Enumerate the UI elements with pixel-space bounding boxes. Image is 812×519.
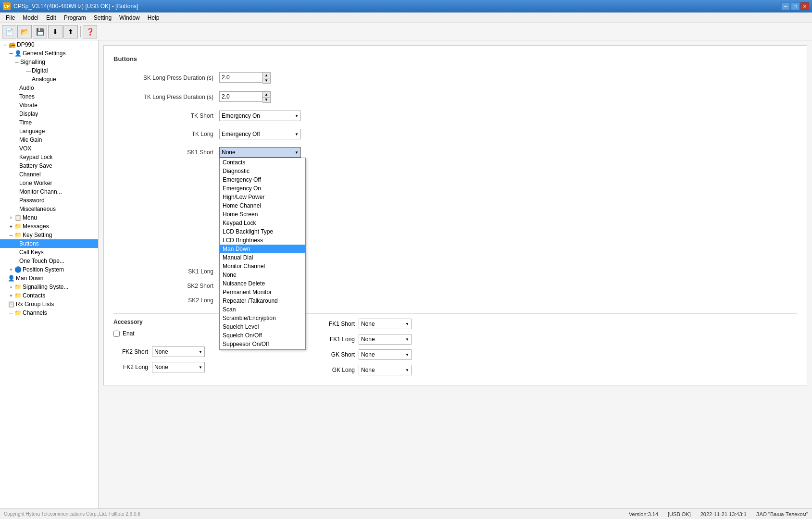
menu-setting[interactable]: Setting (90, 13, 115, 22)
dropdown-item-diagnostic[interactable]: Diagnostic (220, 167, 305, 175)
sidebar-item-tones[interactable]: Tones (0, 92, 98, 101)
fk1-long-select[interactable]: None ▼ (359, 334, 412, 345)
sidebar-item-audio[interactable]: Audio (0, 84, 98, 92)
dropdown-item-lcd-brightness[interactable]: LCD Brightness (220, 236, 305, 245)
minimize-button[interactable]: ─ (781, 2, 790, 10)
sidebar-item-one-touch[interactable]: One Touch Ope... (0, 257, 98, 265)
dropdown-item-contacts[interactable]: Contacts (220, 158, 305, 167)
gk-long-select[interactable]: None ▼ (359, 365, 412, 375)
sidebar-item-display[interactable]: Display (0, 110, 98, 118)
sidebar-item-miscellaneous[interactable]: Miscellaneous (0, 205, 98, 213)
dropdown-item-home-screen[interactable]: Home Screen (220, 210, 305, 219)
dropdown-item-emergency-on[interactable]: Emergency On (220, 184, 305, 193)
dropdown-item-squelch-level[interactable]: Squelch Level (220, 322, 305, 331)
sidebar-item-time[interactable]: Time (0, 118, 98, 127)
dropdown-item-home-channel[interactable]: Home Channel (220, 201, 305, 210)
save-button[interactable]: 💾 (33, 25, 47, 38)
sidebar-item-rx-group[interactable]: 📋 Rx Group Lists (0, 300, 98, 309)
dropdown-item-none[interactable]: None (220, 271, 305, 279)
sidebar-item-general[interactable]: ─ 👤 General Settings (0, 49, 98, 58)
sidebar-item-signalling[interactable]: ─ Signalling (0, 58, 98, 66)
sidebar-item-digital[interactable]: — Digital (0, 66, 98, 75)
gk-long-value: None (361, 367, 375, 373)
fk2-long-select[interactable]: None ▼ (152, 362, 205, 372)
dropdown-item-scan[interactable]: Scan (220, 305, 305, 314)
sidebar-item-messages[interactable]: + 📁 Messages (0, 222, 98, 231)
sidebar-item-position-system[interactable]: + 🔵 Position System (0, 265, 98, 274)
dropdown-item-suppeesor[interactable]: Suppeesor On/Off (220, 340, 305, 348)
sidebar-item-lone-worker[interactable]: Lone Worker (0, 179, 98, 187)
chevron-down-icon: ▼ (295, 114, 299, 118)
sidebar-item-call-keys[interactable]: Call Keys (0, 248, 98, 257)
tk-spin-down[interactable]: ▼ (262, 97, 270, 102)
sidebar-item-keypad-lock[interactable]: Keypad Lock (0, 153, 98, 161)
tk-long-dropdown[interactable]: Emergency Off ▼ (219, 129, 301, 139)
usb-status: [USB OK] (668, 511, 691, 517)
sidebar-item-signalling-system[interactable]: + 📁 Signalling Syste... (0, 283, 98, 291)
upload-button[interactable]: ⬆ (63, 25, 78, 38)
dropdown-item-keypad-lock[interactable]: Keypad Lock (220, 219, 305, 227)
dropdown-item-permanent-monitor[interactable]: Permanent Monitor (220, 288, 305, 297)
sidebar-item-key-setting[interactable]: ─ 📁 Key Setting (0, 231, 98, 239)
dropdown-item-nuisance-delete[interactable]: Nuisance Delete (220, 279, 305, 288)
sidebar-item-vibrate[interactable]: Vibrate (0, 101, 98, 110)
sidebar-item-channels[interactable]: ─ 📁 Channels (0, 309, 98, 317)
dropdown-item-high-low-power[interactable]: High/Low Power (220, 193, 305, 201)
download-button[interactable]: ⬇ (48, 25, 62, 38)
restore-button[interactable]: □ (791, 2, 800, 10)
menu-program[interactable]: Program (60, 13, 90, 22)
menu-model[interactable]: Model (19, 13, 42, 22)
menu-file[interactable]: File (2, 13, 19, 22)
tk-long-press-input[interactable] (219, 91, 262, 102)
sidebar-item-buttons[interactable]: Buttons (0, 239, 98, 248)
dropdown-item-scramble-encryption[interactable]: Scramble/Encryption (220, 314, 305, 322)
tk-short-dropdown[interactable]: Emergency On ▼ (219, 111, 301, 121)
sk-spin-down[interactable]: ▼ (262, 78, 270, 83)
sk-long-press-row: SK Long Press Duration (s) ▲ ▼ (113, 72, 797, 84)
sidebar-item-password[interactable]: Password (0, 196, 98, 205)
gk-long-label: GK Long (320, 367, 359, 373)
fk1-long-label: FK1 Long (320, 336, 359, 343)
sidebar-item-battery-save[interactable]: Battery Save (0, 161, 98, 170)
menu-window[interactable]: Window (115, 13, 144, 22)
dropdown-item-text-message[interactable]: Text Message (220, 348, 305, 350)
sidebar-item-vox[interactable]: VOX (0, 144, 98, 153)
key-setting-icon: 📁 (14, 232, 22, 238)
accessory-title: Accessory (113, 319, 205, 325)
sk1-long-label: SK1 Long (113, 268, 219, 275)
gk-short-select[interactable]: None ▼ (359, 349, 412, 360)
sidebar-label-lone-worker: Lone Worker (19, 180, 52, 186)
close-button[interactable]: ✕ (800, 2, 809, 10)
menu-edit[interactable]: Edit (42, 13, 60, 22)
sidebar-item-mic-gain[interactable]: Mic Gain (0, 136, 98, 144)
dropdown-item-lcd-backlight-type[interactable]: LCD Backlight Type (220, 227, 305, 236)
sidebar-item-dp990[interactable]: ─ 📻 DP990 (0, 40, 98, 49)
sidebar-item-language[interactable]: Language (0, 127, 98, 136)
dropdown-item-repeater-talkaround[interactable]: Repeater /Talkaround (220, 297, 305, 305)
tk-spin-up[interactable]: ▲ (262, 92, 270, 97)
dropdown-item-manual-dial[interactable]: Manual Dial (220, 253, 305, 262)
sidebar-label-dp990: DP990 (17, 41, 35, 48)
dropdown-item-monitor-channel[interactable]: Monitor Channel (220, 262, 305, 271)
sidebar-item-menu[interactable]: + 📋 Menu (0, 213, 98, 222)
sidebar-item-analogue[interactable]: — Analogue (0, 75, 98, 84)
help-button[interactable]: ❓ (83, 25, 97, 38)
dropdown-item-squelch-onoff[interactable]: Squelch On/Off (220, 331, 305, 340)
sk-spin-up[interactable]: ▲ (262, 73, 270, 78)
dropdown-item-emergency-off[interactable]: Emergency Off (220, 175, 305, 184)
sk1-short-dropdown[interactable]: None ▼ (219, 147, 301, 158)
new-button[interactable]: 📄 (2, 25, 16, 38)
sidebar-item-channel[interactable]: Channel (0, 170, 98, 179)
sidebar-item-contacts[interactable]: + 📁 Contacts (0, 291, 98, 300)
sidebar-item-monitor-channel[interactable]: Monitor Chann... (0, 187, 98, 196)
menu-help[interactable]: Help (144, 13, 163, 22)
fk1-short-select[interactable]: None ▼ (359, 319, 412, 329)
sidebar-item-man-down[interactable]: 👤 Man Down (0, 274, 98, 283)
dropdown-item-man-down[interactable]: Man Down (220, 245, 305, 253)
tk-long-value: Emergency Off (222, 131, 260, 137)
chevron-down-icon: ▼ (295, 132, 299, 136)
sk-long-press-input[interactable] (219, 72, 262, 83)
fk2-short-select[interactable]: None ▼ (152, 346, 205, 357)
open-button[interactable]: 📂 (17, 25, 32, 38)
enable-checkbox[interactable] (113, 331, 120, 337)
